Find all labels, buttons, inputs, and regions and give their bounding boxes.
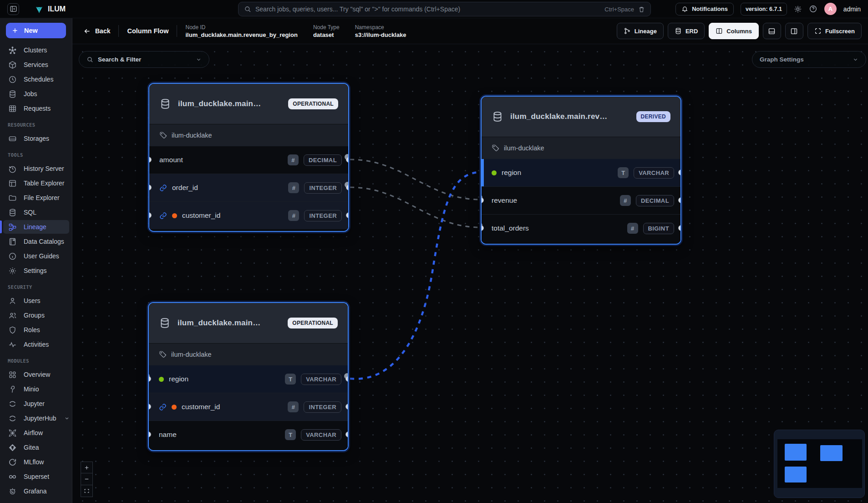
port-left[interactable] <box>481 197 484 203</box>
lineage-canvas[interactable]: Search & Filter Graph Settings ilum_duck… <box>72 44 868 503</box>
edge-amount-to-revenue <box>350 159 481 200</box>
port-right[interactable] <box>678 225 681 231</box>
dataset-node-orders[interactable]: ilum_ducklake.main… OPERATIONAL ilum-duc… <box>148 83 349 232</box>
sidebar-item-history-server[interactable]: History Server <box>0 161 72 176</box>
node-header[interactable]: ilum_ducklake.main… OPERATIONAL <box>149 303 348 343</box>
port-right[interactable] <box>345 404 349 410</box>
sidebar-item-superset[interactable]: Superset <box>0 469 72 484</box>
port-right[interactable] <box>346 185 349 190</box>
help-icon[interactable] <box>809 5 817 13</box>
search-filter-pill[interactable]: Search & Filter <box>79 51 209 68</box>
sidebar-item-minio[interactable]: Minio <box>0 382 72 396</box>
panel-bottom-toggle-button[interactable] <box>763 23 781 39</box>
node-tag-row: ilum-ducklake <box>482 137 680 159</box>
column-row-customer-id[interactable]: customer_id # INTEGER <box>149 393 348 421</box>
sidebar-item-schedules[interactable]: Schedules <box>0 72 72 87</box>
column-row-amount[interactable]: amount # DECIMAL <box>149 146 348 174</box>
port-left[interactable] <box>148 376 151 382</box>
graph-settings-pill[interactable]: Graph Settings <box>752 51 866 68</box>
column-row-region[interactable]: region T VARCHAR <box>149 365 348 393</box>
namespace-field: Namespace s3://ilum-ducklake <box>355 24 406 38</box>
theme-toggle-sun-icon[interactable] <box>794 5 802 13</box>
zoom-out-button[interactable] <box>81 473 93 485</box>
fullscreen-button[interactable]: Fullscreen <box>807 23 862 39</box>
sidebar-item-mlflow[interactable]: MLflow <box>0 455 72 469</box>
lineage-view-button[interactable]: Lineage <box>617 23 664 39</box>
datatype-badge: INTEGER <box>304 182 342 194</box>
sidebar-item-settings[interactable]: Settings <box>0 263 72 278</box>
datatype-badge: BIGINT <box>643 223 674 234</box>
minio-bird-icon <box>8 385 17 394</box>
sidebar-item-user-guides[interactable]: User Guides <box>0 249 72 263</box>
erd-view-button[interactable]: ERD <box>668 23 705 39</box>
sidebar-item-jupyterhub[interactable]: JupyterHub <box>0 411 72 426</box>
port-left[interactable] <box>148 185 152 190</box>
sidebar-item-activities[interactable]: Activities <box>0 337 72 352</box>
sidebar-item-airflow[interactable]: Airflow <box>0 426 72 440</box>
dataset-node-revenue-by-region[interactable]: ilum_ducklake.main.rev… DERIVED ilum-duc… <box>481 96 681 245</box>
port-left[interactable] <box>148 404 151 410</box>
sidebar-item-jupyter[interactable]: Jupyter <box>0 396 72 411</box>
column-row-total-orders[interactable]: total_orders # BIGINT <box>482 214 680 242</box>
minimap-node <box>820 445 843 461</box>
selected-column-indicator <box>482 159 484 186</box>
port-left[interactable] <box>148 157 152 163</box>
column-row-revenue[interactable]: revenue # DECIMAL <box>482 186 680 214</box>
sidebar-item-data-catalogs[interactable]: Data Catalogs <box>0 234 72 249</box>
sidebar-item-lineage[interactable]: Lineage <box>0 220 72 234</box>
port-left[interactable] <box>148 212 152 218</box>
columns-view-button[interactable]: Columns <box>709 23 759 39</box>
global-search[interactable]: Ctrl+Space <box>238 2 651 16</box>
port-right[interactable] <box>345 376 349 382</box>
sidebar-item-storages[interactable]: Storages <box>0 131 72 146</box>
notifications-label: Notifications <box>692 5 728 12</box>
column-row-customer-id[interactable]: customer_id # INTEGER <box>149 201 348 229</box>
graph-settings-label: Graph Settings <box>760 56 804 63</box>
port-right[interactable] <box>678 169 681 175</box>
sidebar-item-file-explorer[interactable]: File Explorer <box>0 190 72 205</box>
plus-icon <box>11 27 19 34</box>
text-type-icon: T <box>285 374 296 385</box>
node-header[interactable]: ilum_ducklake.main.rev… DERIVED <box>482 97 680 137</box>
trash-icon[interactable] <box>638 6 645 13</box>
minimap[interactable] <box>774 430 865 498</box>
fit-view-button[interactable] <box>81 485 93 497</box>
sidebar-item-clusters[interactable]: Clusters <box>0 43 72 57</box>
sidebar-item-requests[interactable]: Requests <box>0 101 72 116</box>
sidebar-item-gitea[interactable]: Gitea <box>0 440 72 455</box>
view-title: Column Flow <box>127 27 168 35</box>
avatar[interactable]: A <box>824 3 837 15</box>
notifications-button[interactable]: Notifications <box>675 3 734 15</box>
dataset-node-customers[interactable]: ilum_ducklake.main… OPERATIONAL ilum-duc… <box>148 302 349 451</box>
sidebar-item-jobs[interactable]: Jobs <box>0 87 72 101</box>
sidebar-item-roles[interactable]: Roles <box>0 323 72 337</box>
back-button[interactable]: Back <box>83 27 110 35</box>
sidebar-item-users[interactable]: Users <box>0 293 72 308</box>
collapse-sidebar-button[interactable] <box>7 3 19 15</box>
new-button[interactable]: New <box>6 23 66 38</box>
port-left[interactable] <box>148 431 151 437</box>
sidebar-item-grafana[interactable]: Grafana <box>0 484 72 498</box>
sidebar-item-groups[interactable]: Groups <box>0 308 72 323</box>
column-row-region[interactable]: region T VARCHAR <box>482 159 680 186</box>
sidebar-item-overview[interactable]: Overview <box>0 367 72 382</box>
panel-right-toggle-button[interactable] <box>785 23 803 39</box>
port-right[interactable] <box>345 431 349 437</box>
sidebar-item-table-explorer[interactable]: Table Explorer <box>0 176 72 190</box>
search-icon <box>86 56 93 63</box>
sidebar-item-sql[interactable]: SQL <box>0 205 72 220</box>
port-right[interactable] <box>346 212 349 218</box>
port-right[interactable] <box>346 157 349 163</box>
column-row-name[interactable]: name T VARCHAR <box>149 421 348 448</box>
search-input[interactable] <box>255 5 600 13</box>
database-icon <box>8 90 17 98</box>
sidebar-item-services[interactable]: Services <box>0 57 72 72</box>
green-status-dot <box>159 377 164 382</box>
port-right[interactable] <box>678 197 681 203</box>
app-logo[interactable]: ILUM <box>35 5 66 14</box>
node-header[interactable]: ilum_ducklake.main… OPERATIONAL <box>149 84 348 124</box>
port-left[interactable] <box>481 225 484 231</box>
zoom-in-button[interactable] <box>81 462 93 473</box>
datatype-badge: VARCHAR <box>301 374 341 385</box>
column-row-order-id[interactable]: order_id # INTEGER <box>149 174 348 201</box>
